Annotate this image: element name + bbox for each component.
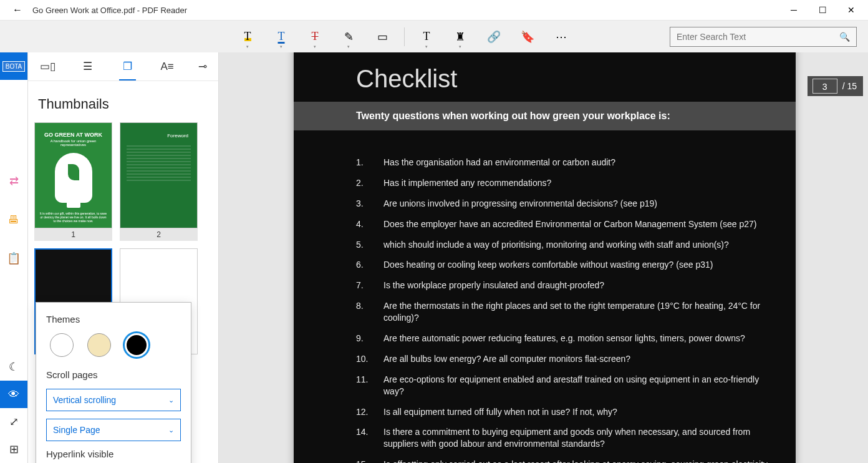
close-button[interactable]: ✕	[837, 1, 866, 19]
titlebar: ← Go Green Work at Office.pdf - PDF Read…	[0, 0, 868, 20]
question-row: 14. Is there a commitment to buying equi…	[356, 426, 771, 450]
rail-view-icon[interactable]: 👁	[0, 381, 27, 408]
window-title: Go Green Work at Office.pdf - PDF Reader	[32, 6, 779, 15]
chevron-down-icon: ⌄	[168, 396, 174, 404]
sidebar: ▭▯ ☰ ❐ A≡ ⊸ Thumbnails GO GREEN AT WORK …	[27, 52, 219, 463]
question-row: 3.Are unions involved in progressing env…	[356, 198, 771, 210]
search-box[interactable]: 🔍	[670, 27, 857, 47]
tab-outline-icon[interactable]: ▭▯	[28, 52, 68, 80]
question-row: 1.Has the organisation had an environmen…	[356, 157, 771, 168]
rail-bota-button[interactable]: BOTA	[0, 52, 27, 80]
rail-form-icon[interactable]: 📋	[0, 245, 27, 272]
question-row: 7.Is the workplace properly insulated an…	[356, 280, 771, 291]
toolbar: T▾ T▾ T▾ ✎▾ ▭ T▾ ♜▾ 🔗 🔖 ⋯ 🔍	[0, 20, 868, 52]
sidebar-tabs: ▭▯ ☰ ❐ A≡ ⊸	[28, 52, 218, 81]
more-tool[interactable]: ⋯	[544, 23, 578, 51]
chevron-down-icon: ⌄	[168, 426, 174, 434]
tab-pin-icon[interactable]: ⊸	[187, 52, 218, 80]
question-row: 2.Has it implemented any recommendations…	[356, 177, 771, 189]
question-row: 5.which should include a way of prioriti…	[356, 239, 771, 251]
question-row: 12. Is all equipment turned off fully wh…	[356, 406, 771, 418]
highlight-tool[interactable]: T▾	[231, 23, 264, 51]
link-tool[interactable]: 🔗	[477, 23, 511, 51]
tab-list-icon[interactable]: ☰	[68, 52, 108, 80]
rail-fax-icon[interactable]: 🖶	[0, 206, 27, 233]
view-settings-popup: Themes Scroll pages Vertical scrolling⌄ …	[36, 302, 191, 463]
pdf-page: Checklist Twenty questions when working …	[294, 52, 796, 463]
search-icon[interactable]: 🔍	[839, 32, 850, 42]
search-input[interactable]	[677, 32, 839, 42]
scroll-mode-select[interactable]: Vertical scrolling⌄	[46, 389, 181, 411]
page-mode-select[interactable]: Single Page⌄	[46, 419, 181, 441]
text-tool[interactable]: T▾	[410, 23, 443, 51]
scroll-label: Scroll pages	[46, 369, 181, 380]
question-row: 6.Does heating or cooling keep workers c…	[356, 259, 771, 271]
question-row: 10. Are all bulbs low energy? Are all co…	[356, 353, 771, 365]
minimize-button[interactable]: ─	[779, 1, 808, 19]
question-row: 8. Are the thermostats in the right plac…	[356, 300, 771, 324]
question-row: 4. Does the employer have an accredited …	[356, 218, 771, 230]
thumbnail-2[interactable]: Foreword 2	[120, 122, 198, 241]
underline-tool[interactable]: T▾	[264, 23, 298, 51]
document-area[interactable]: Checklist Twenty questions when working …	[219, 52, 868, 463]
rail-undo-redo-icon[interactable]: ⇄	[0, 167, 27, 195]
left-rail: BOTA ⇄ 🖶 📋 ☾ 👁 ⤢ ⊞	[0, 52, 27, 463]
total-pages: / 15	[842, 81, 857, 91]
strikethrough-tool[interactable]: T▾	[298, 23, 332, 51]
back-button[interactable]: ←	[2, 4, 32, 16]
sidebar-heading: Thumbnails	[28, 81, 218, 122]
thumbnail-1[interactable]: GO GREEN AT WORK A handbook for union gr…	[34, 122, 112, 241]
stamp-tool[interactable]: ♜▾	[443, 23, 477, 51]
note-tool[interactable]: ▭	[365, 23, 399, 51]
page-indicator: 3 / 15	[808, 76, 863, 96]
themes-label: Themes	[46, 314, 181, 324]
rail-night-icon[interactable]: ☾	[0, 353, 27, 381]
ink-tool[interactable]: ✎▾	[332, 23, 365, 51]
bookmark-tool[interactable]: 🔖	[511, 23, 544, 51]
question-row: 11. Are eco-options for equipment enable…	[356, 374, 771, 397]
doc-subtitle: Twenty questions when working out how gr…	[294, 102, 796, 130]
doc-title: Checklist	[294, 52, 796, 102]
tab-thumbnails-icon[interactable]: ❐	[108, 52, 148, 80]
maximize-button[interactable]: ☐	[808, 1, 837, 19]
toolbar-divider	[404, 27, 405, 46]
question-row: 9.Are there automatic power reducing fea…	[356, 333, 771, 344]
tab-text-icon[interactable]: A≡	[147, 52, 187, 80]
hyperlink-label: Hyperlink visible	[46, 449, 181, 459]
question-list: 1.Has the organisation had an environmen…	[294, 157, 796, 463]
theme-sepia[interactable]	[87, 333, 111, 357]
current-page-input[interactable]: 3	[813, 79, 837, 94]
theme-white[interactable]	[50, 333, 74, 357]
rail-fullscreen-icon[interactable]: ⤢	[0, 408, 27, 436]
theme-black[interactable]	[125, 333, 148, 357]
question-row: 15. Is offsetting only carried out as a …	[356, 459, 771, 463]
rail-grid-icon[interactable]: ⊞	[0, 436, 27, 463]
